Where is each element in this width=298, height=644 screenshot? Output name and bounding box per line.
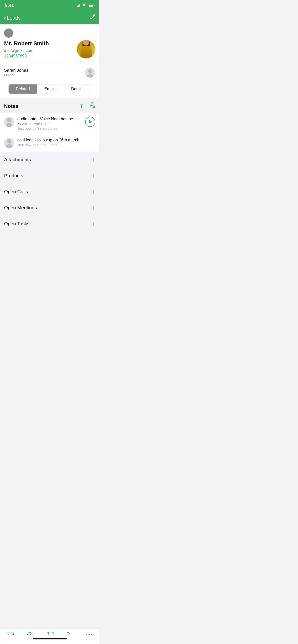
play-triangle-icon <box>89 120 92 124</box>
owner-role: Owner <box>4 73 28 77</box>
open-calls-section: Open Calls + <box>0 184 99 200</box>
notes-section-header: Notes T+ <box>0 98 99 113</box>
battery-icon <box>88 4 94 7</box>
wifi-icon <box>82 4 86 8</box>
tabs-container: Related Emails Details <box>0 81 99 98</box>
open-meetings-add-button[interactable]: + <box>91 204 95 211</box>
open-tasks-section: Open Tasks + <box>0 216 99 232</box>
products-title: Products <box>4 173 23 179</box>
svg-point-10 <box>7 118 11 122</box>
status-bar: 9:41 <box>0 0 99 11</box>
attachments-add-button[interactable]: + <box>91 156 95 163</box>
note-timestamp-1: Just now by Sarah Jonas <box>17 126 82 130</box>
note-content-2: cold lead - followup on 26th march Just … <box>17 138 95 147</box>
tabs: Related Emails Details <box>8 84 91 94</box>
signal-icon <box>76 4 80 7</box>
tab-related[interactable]: Related <box>9 84 37 94</box>
nav-back-label: Leads <box>7 15 21 21</box>
open-calls-title: Open Calls <box>4 189 28 195</box>
note-timestamp-2: Just now by Sarah Jonas <box>17 143 95 147</box>
svg-point-1 <box>88 69 92 73</box>
note-title-2: cold lead - followup on 26th march <box>17 138 95 142</box>
notes-title: Notes <box>4 103 18 109</box>
owner-avatar <box>85 67 95 78</box>
contact-small-avatar <box>4 28 13 38</box>
note-meta-1: 7 Sec - Downloaded <box>17 122 82 126</box>
tab-emails[interactable]: Emails <box>37 84 64 94</box>
contact-section: Mr. Robert Smith abc@gmail.com 123456789… <box>0 24 99 64</box>
tab-details[interactable]: Details <box>64 84 91 94</box>
open-tasks-add-button[interactable]: + <box>91 221 95 227</box>
mic-add-icon[interactable] <box>89 102 95 110</box>
contact-email[interactable]: abc@gmail.com <box>4 48 77 53</box>
contact-phone[interactable]: 1234567890 <box>4 54 77 58</box>
open-calls-add-button[interactable]: + <box>91 188 95 195</box>
back-button[interactable]: ‹ Leads <box>4 15 21 21</box>
back-arrow-icon: ‹ <box>4 15 6 20</box>
note-title-1: audio note - Voice Note has be... <box>17 117 82 121</box>
notes-cards: audio note - Voice Note has be... 7 Sec … <box>0 113 99 152</box>
open-tasks-title: Open Tasks <box>4 221 30 227</box>
svg-rect-3 <box>91 103 93 106</box>
open-meetings-section: Open Meetings + <box>0 200 99 216</box>
attachments-title: Attachments <box>4 157 31 163</box>
owner-info: Sarah Jonas Owner <box>4 68 28 77</box>
note-avatar-1 <box>4 117 14 127</box>
note-avatar-2 <box>4 138 14 148</box>
note-content-1: audio note - Voice Note has be... 7 Sec … <box>17 117 82 130</box>
contact-info: Mr. Robert Smith abc@gmail.com 123456789… <box>4 40 77 58</box>
note-item-2: cold lead - followup on 26th march Just … <box>0 134 99 152</box>
notes-actions: T+ <box>80 102 95 110</box>
note-item: audio note - Voice Note has be... 7 Sec … <box>0 113 99 134</box>
play-button[interactable] <box>85 117 95 127</box>
open-meetings-title: Open Meetings <box>4 205 37 211</box>
products-section: Products + <box>0 168 99 184</box>
products-add-button[interactable]: + <box>91 172 95 179</box>
attachments-section: Attachments + <box>0 152 99 168</box>
owner-row: Sarah Jonas Owner <box>0 64 99 81</box>
edit-button[interactable] <box>89 14 95 22</box>
status-time: 9:41 <box>5 3 14 8</box>
text-add-icon[interactable]: T+ <box>80 103 85 109</box>
status-icons <box>76 4 94 8</box>
contact-name: Mr. Robert Smith <box>4 40 77 47</box>
content-area: Notes T+ <box>0 98 99 232</box>
nav-bar: ‹ Leads <box>0 11 99 24</box>
contact-avatar <box>77 40 95 58</box>
owner-name: Sarah Jonas <box>4 68 28 73</box>
svg-point-13 <box>7 139 11 143</box>
